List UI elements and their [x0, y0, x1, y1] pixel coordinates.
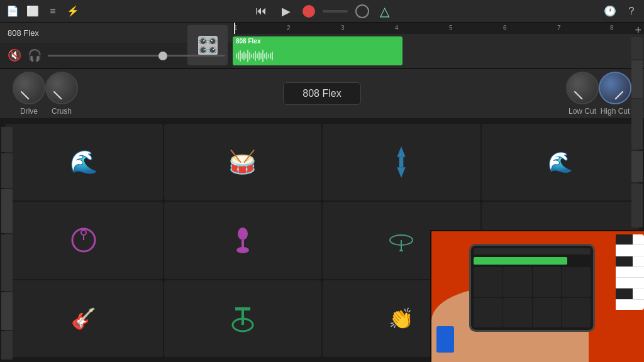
play-button[interactable]: ▶ — [277, 3, 295, 20]
pad-11-icon: 👏 — [389, 307, 414, 331]
track-clips: 1 2 3 4 5 6 7 8 + 808 Flex — [233, 23, 644, 68]
svg-point-8 — [236, 247, 249, 253]
pad-7-icon — [387, 229, 415, 251]
svg-point-11 — [399, 250, 403, 251]
level-meter — [323, 10, 348, 13]
volume-knob[interactable] — [158, 52, 167, 60]
layout-icon[interactable]: ⬜ — [25, 4, 40, 19]
headphone-button[interactable]: 🎧 — [28, 48, 42, 62]
808-flex-clip[interactable]: 808 Flex — [233, 36, 402, 65]
toolbar: 📄 ⬜ ≡ ⚡ ⏮ ▶ △ 🕐 ? — [0, 0, 644, 23]
pad-5-icon — [70, 226, 97, 254]
high-cut-knob-container: High Cut — [599, 72, 631, 116]
svg-marker-1 — [397, 167, 406, 178]
video-overlay — [430, 230, 644, 362]
pad-4[interactable]: 🌊 — [482, 124, 640, 200]
volume-slider[interactable] — [48, 55, 225, 57]
tablet-track-bar — [474, 257, 567, 265]
svg-rect-2 — [399, 157, 404, 168]
tablet-screen — [471, 246, 593, 330]
video-inner — [431, 231, 644, 362]
svg-marker-0 — [397, 146, 406, 157]
mixer-icon[interactable]: ⚡ — [65, 4, 80, 19]
high-cut-knob[interactable] — [599, 72, 631, 104]
pad-10[interactable] — [164, 280, 322, 357]
pad-3-icon — [389, 146, 414, 178]
low-cut-knob-container: Low Cut — [566, 72, 599, 116]
machine-thumbnail: 🎛️ — [187, 25, 228, 65]
timeline-ruler: 1 2 3 4 5 6 7 8 + — [233, 23, 644, 34]
pad-5[interactable] — [5, 202, 163, 278]
ruler-3: 3 — [341, 25, 345, 31]
pad-6[interactable] — [164, 202, 322, 278]
pad-9[interactable]: 🎸 — [5, 280, 163, 357]
svg-rect-14 — [235, 307, 250, 310]
high-cut-label: High Cut — [601, 107, 630, 116]
main-content: 808 Flex 🎛️ 🔇 🎧 1 2 3 4 5 6 7 — [0, 23, 644, 362]
apple-product-box — [436, 326, 454, 353]
svg-point-4 — [81, 230, 86, 235]
crush-indicator — [53, 91, 62, 100]
ruler-7: 7 — [557, 25, 561, 31]
clip-title: 808 Flex — [233, 36, 402, 46]
pad-1[interactable]: 🌊 — [5, 124, 163, 200]
instrument-name-display: 808 Flex — [283, 82, 360, 105]
instrument-area: Drive Crush 808 Flex Low Cut High Cut — [0, 69, 644, 119]
pad-2[interactable]: 🥁 — [164, 124, 322, 200]
lower-section: 🌊 🥁 🌊 — [0, 119, 644, 362]
tablet-device — [469, 244, 595, 332]
pad-4-icon: 🌊 — [548, 150, 573, 174]
pad-3[interactable] — [323, 124, 480, 200]
low-cut-knob[interactable] — [566, 72, 599, 104]
ruler-6: 6 — [503, 25, 507, 31]
pad-10-icon — [230, 305, 255, 332]
pad-6-icon — [231, 226, 254, 254]
low-cut-indicator — [574, 91, 583, 100]
ruler-5: 5 — [449, 25, 453, 31]
ruler-8: 8 — [610, 25, 614, 31]
ruler-4: 4 — [395, 25, 399, 31]
pad-2-icon: 🥁 — [228, 149, 257, 175]
clip-row: 808 Flex — [233, 34, 644, 68]
low-cut-label: Low Cut — [569, 107, 596, 116]
svg-point-6 — [238, 228, 248, 240]
playhead — [234, 23, 235, 34]
record-button[interactable] — [303, 5, 315, 18]
track-name-row: 808 Flex 🎛️ — [0, 23, 233, 43]
drive-label: Drive — [20, 107, 38, 116]
help-icon[interactable]: ? — [624, 4, 639, 19]
instrument-name-box: 808 Flex — [78, 82, 566, 105]
list-icon[interactable]: ≡ — [45, 4, 60, 19]
drive-knob-container: Drive — [13, 72, 45, 116]
file-icon[interactable]: 📄 — [5, 4, 20, 19]
track-header: 808 Flex 🎛️ 🔇 🎧 — [0, 23, 233, 68]
ruler-2: 2 — [287, 25, 291, 31]
toolbar-right: 🕐 ? — [602, 4, 639, 19]
track-section: 808 Flex 🎛️ 🔇 🎧 1 2 3 4 5 6 7 — [0, 23, 644, 69]
mute-button[interactable]: 🔇 — [8, 48, 21, 62]
pad-1-icon: 🌊 — [70, 149, 98, 175]
drive-indicator — [21, 91, 30, 100]
piano-keys — [616, 234, 644, 310]
tuning-icon[interactable]: △ — [377, 4, 392, 19]
clock-icon[interactable]: 🕐 — [602, 4, 618, 19]
drive-knob[interactable] — [13, 72, 45, 104]
skip-back-button[interactable]: ⏮ — [252, 3, 270, 20]
transport-controls: ⏮ ▶ △ — [252, 3, 392, 20]
add-track-button[interactable]: + — [635, 24, 641, 34]
clip-waveform — [233, 46, 402, 65]
track-name: 808 Flex — [8, 28, 39, 38]
high-cut-indicator — [614, 91, 623, 100]
crush-label: Crush — [52, 107, 72, 116]
level-knob[interactable] — [355, 4, 369, 18]
crush-knob[interactable] — [45, 72, 78, 104]
crush-knob-container: Crush — [45, 72, 78, 116]
pad-9-icon: 🎸 — [71, 307, 96, 331]
